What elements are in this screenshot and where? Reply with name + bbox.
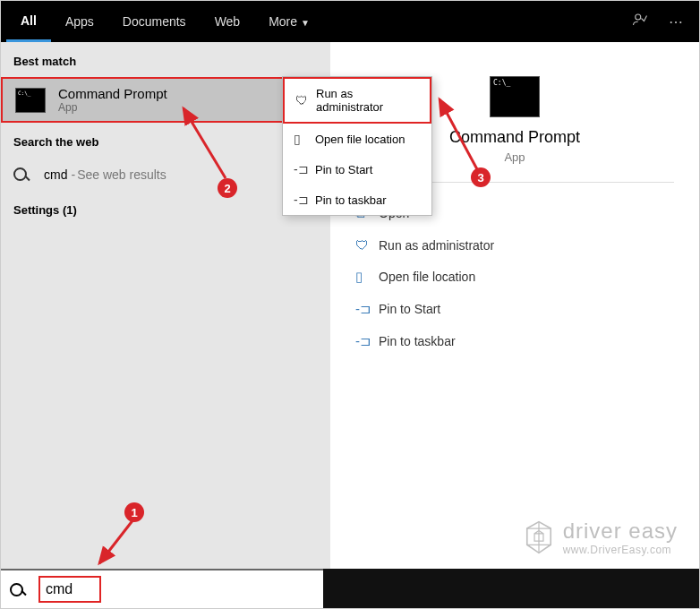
web-more-text: See web results — [77, 167, 166, 182]
svg-point-0 — [636, 14, 641, 20]
action-pin-taskbar[interactable]: -⊐Pin to taskbar — [339, 325, 690, 357]
tab-all[interactable]: All — [6, 2, 51, 42]
watermark-brand: driver easy — [563, 519, 678, 544]
annotation-badge-3: 3 — [471, 167, 491, 187]
web-query: cmd — [44, 167, 67, 182]
annotation-arrow — [434, 94, 488, 175]
best-match-result[interactable]: Command Prompt App 〉 — [1, 77, 330, 123]
svg-line-2 — [184, 108, 226, 178]
ctx-open-location[interactable]: ▯Open file location — [283, 124, 431, 154]
taskbar-search[interactable] — [1, 569, 323, 608]
tab-web[interactable]: Web — [201, 3, 255, 40]
search-icon — [13, 167, 33, 181]
watermark: driver easy www.DriverEasy.com — [524, 519, 678, 556]
ctx-pin-start[interactable]: -⊐Pin to Start — [283, 154, 431, 184]
folder-icon: ▯ — [355, 269, 379, 285]
ctx-run-admin[interactable]: 🛡Run as administrator — [283, 77, 431, 124]
feedback-icon[interactable] — [622, 12, 658, 31]
folder-icon: ▯ — [294, 132, 315, 146]
more-options-icon[interactable]: ⋯ — [658, 13, 694, 30]
command-prompt-icon — [490, 76, 540, 117]
action-open-location[interactable]: ▯Open file location — [339, 261, 690, 293]
annotation-badge-2: 2 — [218, 178, 237, 198]
result-subtitle: App — [58, 101, 167, 114]
pin-icon: -⊐ — [355, 333, 379, 349]
tab-documents[interactable]: Documents — [108, 3, 201, 40]
settings-label: Settings (1) — [1, 191, 330, 226]
result-title: Command Prompt — [58, 86, 167, 101]
search-input[interactable] — [38, 576, 101, 603]
action-run-admin[interactable]: 🛡Run as administrator — [339, 229, 690, 261]
svg-line-3 — [440, 99, 477, 169]
svg-line-1 — [99, 515, 137, 563]
chevron-down-icon: ▼ — [301, 18, 310, 28]
search-icon — [10, 583, 30, 596]
results-pane: Best match Command Prompt App 〉 Search t… — [1, 42, 330, 570]
watermark-url: www.DriverEasy.com — [563, 544, 678, 556]
best-match-label: Best match — [1, 42, 330, 77]
command-prompt-icon — [15, 88, 46, 113]
search-web-label: Search the web — [1, 123, 330, 158]
annotation-badge-1: 1 — [124, 502, 144, 522]
web-result-row[interactable]: cmd - See web results 〉 — [1, 158, 330, 191]
shield-icon: 🛡 — [355, 237, 379, 253]
pin-icon: -⊐ — [355, 301, 379, 317]
taskbar — [323, 569, 699, 608]
pin-icon: -⊐ — [294, 193, 315, 207]
drivereasy-logo-icon — [524, 520, 554, 554]
action-pin-start[interactable]: -⊐Pin to Start — [339, 293, 690, 325]
ctx-pin-taskbar[interactable]: -⊐Pin to taskbar — [283, 184, 431, 215]
search-filter-tabs: All Apps Documents Web More▼ ⋯ — [1, 1, 699, 42]
tab-more[interactable]: More▼ — [254, 3, 324, 40]
shield-icon: 🛡 — [295, 93, 316, 107]
annotation-arrow — [176, 99, 239, 184]
context-menu: 🛡Run as administrator ▯Open file locatio… — [282, 76, 432, 216]
pin-icon: -⊐ — [294, 162, 315, 176]
tab-apps[interactable]: Apps — [51, 3, 108, 40]
